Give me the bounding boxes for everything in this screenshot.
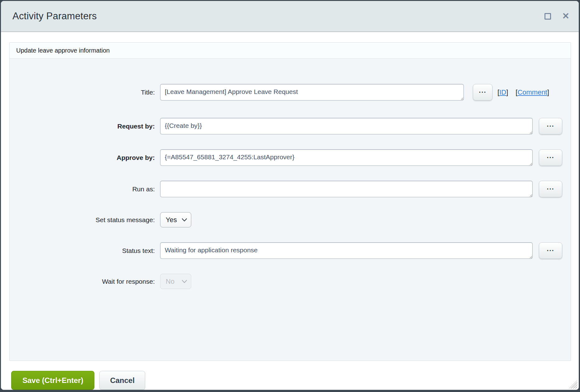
request-by-row: Request by: {{Create by}} ... — [10, 118, 571, 134]
id-link-wrap: [ID] — [497, 88, 508, 96]
maximize-icon[interactable] — [544, 13, 551, 20]
comment-link-wrap: [Comment] — [516, 88, 549, 96]
activity-description: Update leave approve information — [10, 43, 571, 58]
status-text-input[interactable]: Waiting for application response — [160, 242, 533, 259]
run-as-row: Run as: ... — [10, 181, 571, 197]
wait-for-response-row: Wait for response: No — [10, 274, 571, 289]
status-text-row: Status text: Waiting for application res… — [10, 242, 571, 259]
request-by-input[interactable]: {{Create by}} — [160, 118, 533, 134]
title-row: Title: [Leave Management] Approve Leave … — [10, 84, 571, 100]
dialog-header: Activity Parameters ✕ — [1, 1, 579, 32]
approve-by-input[interactable]: {=A85547_65881_3274_4255:LastApprover} — [160, 149, 533, 166]
title-input[interactable]: [Leave Management] Approve Leave Request — [160, 84, 464, 100]
cancel-button[interactable]: Cancel — [99, 371, 145, 390]
page-title: Activity Parameters — [12, 11, 544, 22]
approve-by-label: Approve by: — [10, 154, 155, 161]
set-status-message-label: Set status message: — [10, 216, 155, 224]
run-as-ellipsis-button[interactable]: ... — [539, 181, 562, 197]
set-status-message-row: Set status message: Yes — [10, 212, 571, 227]
activity-parameters-dialog: Activity Parameters ✕ Update leave appro… — [1, 1, 579, 390]
dialog-body: Update leave approve information Title: … — [1, 32, 579, 390]
title-label: Title: — [10, 89, 155, 96]
wait-for-response-label: Wait for response: — [10, 278, 155, 285]
status-text-label: Status text: — [10, 247, 155, 254]
run-as-input[interactable] — [160, 181, 533, 197]
run-as-label: Run as: — [10, 185, 155, 193]
activity-panel: Update leave approve information Title: … — [9, 42, 571, 361]
window-controls: ✕ — [544, 12, 569, 21]
save-button[interactable]: Save (Ctrl+Enter) — [11, 371, 94, 390]
approve-by-ellipsis-button[interactable]: ... — [539, 149, 562, 166]
request-by-ellipsis-button[interactable]: ... — [539, 118, 562, 134]
title-ellipsis-button[interactable]: ... — [473, 84, 492, 100]
footer-buttons: Save (Ctrl+Enter) Cancel — [11, 371, 570, 390]
status-text-ellipsis-button[interactable]: ... — [539, 242, 562, 259]
parameters-form: Title: [Leave Management] Approve Leave … — [10, 58, 571, 361]
set-status-message-select[interactable]: Yes — [160, 212, 191, 227]
comment-link[interactable]: Comment — [517, 88, 547, 96]
id-link[interactable]: ID — [499, 88, 506, 96]
close-icon[interactable]: ✕ — [562, 12, 569, 21]
request-by-label: Request by: — [10, 123, 155, 130]
wait-for-response-select: No — [160, 274, 191, 289]
approve-by-row: Approve by: {=A85547_65881_3274_4255:Las… — [10, 149, 571, 166]
